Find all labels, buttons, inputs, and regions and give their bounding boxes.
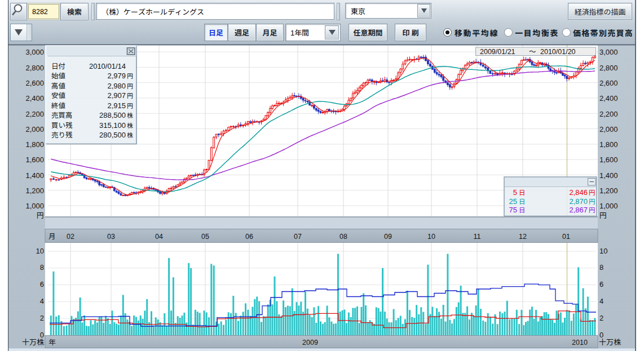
svg-text:十万株: 十万株 bbox=[599, 338, 621, 346]
svg-text:05: 05 bbox=[201, 233, 209, 241]
svg-text:円: 円 bbox=[127, 103, 133, 109]
svg-text:10: 10 bbox=[36, 247, 44, 255]
svg-text:株: 株 bbox=[127, 132, 133, 139]
svg-text:2010/01/14: 2010/01/14 bbox=[89, 62, 126, 70]
svg-text:2: 2 bbox=[40, 314, 44, 322]
svg-text:安値: 安値 bbox=[51, 92, 65, 100]
svg-text:03: 03 bbox=[107, 233, 115, 241]
svg-text:01: 01 bbox=[562, 233, 570, 241]
svg-text:280,500: 280,500 bbox=[99, 131, 126, 139]
svg-text:1,600: 1,600 bbox=[25, 155, 44, 164]
svg-text:3,000: 3,000 bbox=[599, 48, 618, 56]
svg-text:10: 10 bbox=[427, 233, 435, 241]
svg-text:2: 2 bbox=[599, 314, 603, 322]
svg-text:売買高: 売買高 bbox=[51, 112, 73, 119]
svg-text:09: 09 bbox=[384, 233, 392, 241]
svg-text:12: 12 bbox=[519, 233, 527, 241]
svg-text:04: 04 bbox=[155, 233, 163, 241]
svg-text:2,000: 2,000 bbox=[599, 125, 618, 134]
svg-text:1,800: 1,800 bbox=[25, 140, 44, 149]
svg-text:日付: 日付 bbox=[51, 63, 65, 70]
svg-text:1,400: 1,400 bbox=[25, 171, 44, 180]
svg-text:2009: 2009 bbox=[302, 339, 318, 346]
svg-text:4: 4 bbox=[599, 297, 603, 305]
svg-text:06: 06 bbox=[245, 233, 253, 241]
svg-text:円: 円 bbox=[589, 198, 596, 205]
svg-text:円: 円 bbox=[589, 207, 596, 214]
svg-text:2,200: 2,200 bbox=[25, 110, 44, 118]
svg-text:6: 6 bbox=[40, 280, 44, 288]
svg-text:～: ～ bbox=[529, 48, 536, 56]
svg-text:円: 円 bbox=[37, 211, 44, 220]
svg-text:円: 円 bbox=[589, 189, 596, 196]
svg-text:円: 円 bbox=[599, 211, 607, 220]
svg-text:10: 10 bbox=[599, 247, 607, 255]
svg-text:日: 日 bbox=[519, 207, 526, 214]
svg-text:1,000: 1,000 bbox=[599, 202, 618, 210]
svg-text:2,000: 2,000 bbox=[25, 125, 44, 134]
svg-text:4: 4 bbox=[40, 297, 44, 305]
svg-text:始値: 始値 bbox=[51, 72, 65, 80]
svg-text:十万株: 十万株 bbox=[22, 338, 45, 346]
svg-text:2,200: 2,200 bbox=[599, 110, 618, 118]
svg-text:売り残: 売り残 bbox=[51, 131, 73, 139]
svg-text:買い残: 買い残 bbox=[51, 122, 73, 130]
svg-text:08: 08 bbox=[339, 233, 347, 241]
svg-text:2,800: 2,800 bbox=[599, 64, 618, 72]
svg-text:2,846: 2,846 bbox=[569, 188, 588, 197]
svg-text:1,000: 1,000 bbox=[25, 202, 44, 210]
svg-text:1,200: 1,200 bbox=[25, 186, 44, 195]
svg-text:終値: 終値 bbox=[51, 102, 65, 110]
svg-text:1,200: 1,200 bbox=[599, 186, 618, 195]
svg-text:2,979: 2,979 bbox=[107, 72, 126, 80]
svg-text:1,400: 1,400 bbox=[599, 171, 618, 180]
svg-text:2,600: 2,600 bbox=[25, 79, 44, 87]
svg-text:8: 8 bbox=[40, 263, 44, 272]
svg-text:3,000: 3,000 bbox=[25, 48, 44, 56]
svg-text:2,867: 2,867 bbox=[569, 206, 588, 214]
svg-text:2010: 2010 bbox=[572, 339, 588, 346]
svg-text:2,400: 2,400 bbox=[599, 94, 618, 103]
svg-text:2,980: 2,980 bbox=[107, 82, 126, 90]
svg-text:2,400: 2,400 bbox=[25, 94, 44, 103]
svg-text:288,500: 288,500 bbox=[99, 111, 126, 119]
svg-text:75: 75 bbox=[509, 206, 517, 214]
svg-text:07: 07 bbox=[294, 233, 302, 241]
svg-text:6: 6 bbox=[599, 280, 603, 288]
svg-text:円: 円 bbox=[127, 73, 133, 79]
svg-text:2009/01/21: 2009/01/21 bbox=[480, 48, 515, 56]
svg-text:02: 02 bbox=[67, 233, 74, 241]
svg-text:315,100: 315,100 bbox=[99, 121, 126, 130]
svg-text:1,600: 1,600 bbox=[599, 155, 618, 164]
svg-text:株: 株 bbox=[127, 122, 133, 129]
svg-text:2,800: 2,800 bbox=[25, 64, 44, 72]
svg-text:日: 日 bbox=[519, 198, 526, 205]
svg-text:円: 円 bbox=[127, 92, 133, 99]
svg-text:2,870: 2,870 bbox=[569, 197, 588, 206]
svg-text:25: 25 bbox=[509, 197, 517, 206]
svg-text:高値: 高値 bbox=[51, 82, 65, 90]
svg-text:円: 円 bbox=[127, 83, 133, 90]
svg-text:2,600: 2,600 bbox=[599, 79, 618, 87]
svg-text:2,915: 2,915 bbox=[107, 101, 126, 110]
svg-text:11: 11 bbox=[474, 233, 481, 241]
svg-text:5: 5 bbox=[513, 188, 517, 197]
svg-text:1,800: 1,800 bbox=[599, 140, 618, 149]
svg-text:2010/01/20: 2010/01/20 bbox=[540, 48, 576, 56]
svg-text:株: 株 bbox=[127, 112, 133, 119]
svg-text:日: 日 bbox=[519, 189, 526, 196]
svg-text:月: 月 bbox=[48, 233, 56, 241]
svg-text:2,907: 2,907 bbox=[107, 91, 126, 100]
svg-text:年: 年 bbox=[48, 339, 56, 346]
svg-text:8: 8 bbox=[599, 263, 603, 272]
